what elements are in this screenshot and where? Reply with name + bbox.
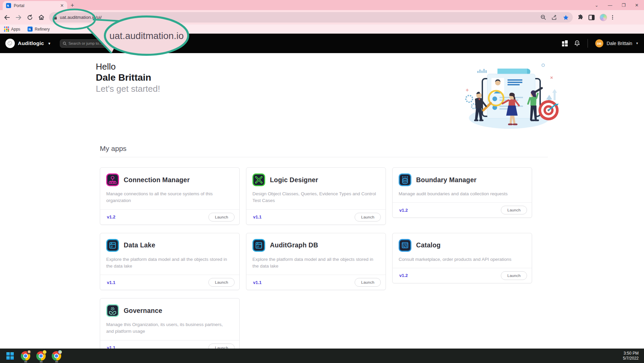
bookmark-star-icon[interactable] [563,15,569,20]
user-name: Dale Brittain [607,41,632,46]
global-search[interactable] [60,39,116,48]
app-description: Explore the platform data model and all … [106,256,231,270]
org-switcher[interactable]: Auditlogic ▼ [5,39,51,48]
my-apps-grid: Connection Manager Manage connections to… [100,167,548,356]
launch-button[interactable]: Launch [208,278,235,287]
window-close-icon[interactable]: ✕ [635,3,639,8]
app-title: Logic Designer [270,176,318,184]
apps-dashboard-icon[interactable] [562,40,568,46]
running-indicator [55,361,58,362]
app-version-link[interactable]: v1.1 [253,280,261,285]
back-icon[interactable] [4,15,10,20]
hero-illustration [464,59,559,129]
window-minimize-icon[interactable]: — [608,3,612,8]
app-card-governance: Governance Manage this Organization, its… [100,298,240,356]
app-card-connection-manager: Connection Manager Manage connections to… [100,167,240,225]
chrome-profile-badge [42,350,47,354]
url-bar[interactable]: uat.auditmation.io/ui/ [49,12,573,23]
window-menu-chevron-icon[interactable]: ⌄ [595,3,599,8]
launch-button[interactable]: Launch [208,213,235,221]
app-description: Design Object Classes, Queries, Evidence… [252,191,377,204]
refinery-favicon-icon: Nf [28,27,33,32]
running-indicator [24,361,27,362]
section-title-my-apps: My apps [100,145,548,157]
app-version-link[interactable]: v1.2 [399,273,408,278]
hero-line-hello: Hello [96,61,160,72]
app-description: Manage audit boundaries and data collect… [399,191,523,197]
catalog-icon [399,239,411,252]
connection-manager-icon [106,173,119,186]
hero-line-name: Dale Brittain [96,72,160,83]
app-title: Catalog [416,241,441,249]
app-version-link[interactable]: v1.1 [253,214,261,219]
org-chevron-down-icon: ▼ [48,42,51,45]
app-version-link[interactable]: v1.2 [107,214,115,219]
logic-designer-icon [252,173,265,186]
launch-button[interactable]: Launch [355,278,381,287]
reload-icon[interactable] [27,14,33,21]
new-tab-button[interactable]: + [71,2,74,9]
hero-line-subtitle: Let's get started! [96,83,160,94]
browser-menu-icon[interactable] [612,15,613,19]
user-chevron-down-icon: ▼ [636,42,639,45]
browser-titlebar: Nf Portal ✕ + ⌄ — ❐ ✕ [0,0,644,10]
hero-greeting: Hello Dale Brittain Let's get started! [96,61,160,94]
tab-favicon-icon: Nf [6,3,11,8]
browser-toolbar: uat.auditmation.io/ui/ [0,10,644,25]
bookmark-label: Apps [11,27,20,32]
bookmark-label: Refinery [35,27,50,32]
launch-button[interactable]: Launch [355,213,381,221]
governance-icon [106,304,119,317]
app-description: Manage connections to all the source sys… [106,191,231,204]
clock-date: 5/7/2022 [623,356,639,361]
user-menu[interactable]: DB Dale Brittain ▼ [595,39,639,47]
notifications-bell-icon[interactable] [574,40,580,47]
lock-icon [53,15,57,20]
extensions-puzzle-icon[interactable] [577,14,583,21]
app-description: Manage this Organization, its users, its… [106,321,231,335]
bookmark-apps[interactable]: Apps [4,27,20,32]
tab-title: Portal [14,3,57,8]
boundary-manager-icon [399,173,411,186]
window-restore-icon[interactable]: ❐ [621,3,626,8]
app-title: Data Lake [124,241,155,249]
app-title: Boundary Manager [416,176,477,184]
auditlogic-logo-icon [5,39,15,48]
app-card-boundary-manager: Boundary Manager Manage audit boundaries… [392,167,532,218]
brand-name: Auditlogic [18,40,44,46]
search-input[interactable] [69,41,109,45]
taskbar-chrome-2[interactable] [36,350,46,362]
app-title: AuditGraph DB [270,241,318,249]
chrome-profile-badge [27,350,31,354]
share-icon[interactable] [552,15,558,20]
start-button[interactable] [5,350,15,362]
taskbar-chrome-3[interactable] [51,350,62,362]
app-description: Consult marketplace, order products and … [399,256,523,263]
browser-profile-avatar[interactable] [600,14,607,21]
zoom-icon[interactable] [540,14,546,20]
side-panel-icon[interactable] [589,15,595,20]
launch-button[interactable]: Launch [501,206,527,214]
app-title: Connection Manager [124,176,190,184]
tab-close-icon[interactable]: ✕ [60,3,64,8]
home-icon[interactable] [38,14,44,20]
search-icon [63,42,67,45]
bookmarks-bar: Apps Nf Refinery [0,25,644,34]
app-version-link[interactable]: v1.2 [399,208,408,213]
bookmark-refinery[interactable]: Nf Refinery [28,27,50,32]
taskbar-chrome-1[interactable] [20,350,31,362]
clock-time: 3:50 PM [623,351,639,356]
launch-button[interactable]: Launch [501,271,527,280]
windows-start-icon [6,352,14,360]
data-lake-icon [252,239,265,252]
user-avatar: DB [595,39,603,47]
browser-tab[interactable]: Nf Portal ✕ [3,1,67,10]
app-description: Explore the platform data model and all … [252,256,377,270]
running-indicator [40,361,43,362]
forward-icon[interactable] [15,15,22,20]
portal-main: Hello Dale Brittain Let's get started! [0,53,644,349]
taskbar-clock[interactable]: 3:50 PM 5/7/2022 [623,351,644,361]
app-version-link[interactable]: v1.1 [107,280,115,285]
apps-sections: My apps Connection Manager [100,145,548,363]
url-text[interactable]: uat.auditmation.io/ui/ [60,15,538,20]
